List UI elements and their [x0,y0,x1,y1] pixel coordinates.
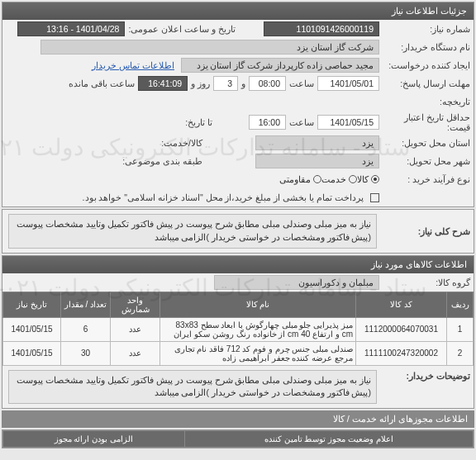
label-pack: طبقه بندی موضوعی: [119,156,206,166]
label-number: شماره نیاز: [379,24,470,34]
mincredit-date: 1401/05/15 [317,115,379,130]
radio-moq[interactable]: مقاومتی [279,174,321,184]
col-n: ردیف [447,292,474,317]
lbl-and: و [238,78,249,88]
label-mincredit: حداقل تاریخ اعتبار قیمت: [379,112,470,132]
cell-code: 1112000064070031 [356,317,447,341]
days: 3 [213,76,238,91]
row-requester: ایجاد کننده درخواست: مجید حماصی زاده کار… [2,56,474,74]
lbl-time2: ساعت [286,117,317,127]
items-panel: اطلاعات کالاهای مورد نیاز گروه کالا: مبل… [2,255,474,410]
col-unit: واحد شمارش [111,292,160,317]
label-service: کالا/خدمت: [158,138,206,148]
cell-unit: عدد [111,341,160,365]
radio-kala[interactable]: کالا [357,174,379,184]
remain-time: 16:41:09 [138,76,188,91]
row-org: نام دستگاه خریدار: شرکت گاز استان یزد [2,38,474,56]
state: یزد [255,135,379,150]
row-history: تاریخچه: [2,92,474,111]
buyer-note-label: توضیحات خریدار: [379,368,470,381]
pay-checkbox[interactable] [370,193,379,202]
cell-name: میز پذیرایی جلو مبلی چهارگوش با ابعاد سط… [160,317,356,341]
deadline-time: 08:00 [249,76,286,91]
label-state: استان محل تحویل: [379,138,470,148]
buyer-note: نیاز به میز مبلی وصندلی مبلی مطابق شرح پ… [8,370,377,405]
table-row[interactable]: 21111100247320002صندلی مبلی جنس چرم و فو… [3,341,474,365]
radio-khedmat[interactable]: خدمت [321,174,357,184]
cell-name: صندلی مبلی جنس چرم و فوم کد 712 فاقد نام… [160,341,356,365]
footer-col2: الزامی بودن ارائه مجوز [3,431,185,448]
summary-header: شرح کلی نیاز: [379,226,470,236]
radio-dot-icon [313,175,321,183]
col-qty: تعداد / مقدار [61,292,111,317]
items-table: ردیف کد کالا نام کالا واحد شمارش تعداد /… [2,292,474,366]
lbl-time1: ساعت [286,78,317,88]
label-buytype: نوع فرآیند خرید : [379,174,470,184]
label-requester: ایجاد کننده درخواست: [379,60,470,70]
row-pay: پرداخت تمام یا بخشی از مبلغ خرید،از محل … [2,188,474,206]
table-row[interactable]: 11112000064070031میز پذیرایی جلو مبلی چه… [3,317,474,341]
requester: مجید حماصی زاده کارپرداز شرکت گاز استان … [181,58,379,73]
panel-title: جزئیات اطلاعات نیاز [2,2,474,20]
summary-text: نیاز به میز مبلی وصندلی مبلی مطابق شرح پ… [8,214,377,249]
org-name: شرکت گاز استان یزد [40,40,379,55]
row-mincredit: حداقل تاریخ اعتبار قیمت: 1401/05/15 ساعت… [2,111,474,134]
radio-dot-icon [349,175,357,183]
main-panel: جزئیات اطلاعات نیاز شماره نیاز: 11010914… [2,2,474,207]
label-city: شهر محل تحویل: [379,156,470,166]
mincredit-time: 16:00 [249,115,286,130]
row-city: شهر محل تحویل: یزد طبقه بندی موضوعی: [2,152,474,170]
radio-dot-icon [371,175,379,183]
col-code: کد کالا [356,292,447,317]
footer-panel: اعلام وضعیت مجوز توسط تامین کننده الزامی… [2,429,474,448]
label-date: تاریخ و ساعت اعلان عمومی: [125,24,239,34]
cell-code: 1111100247320002 [356,341,447,365]
cell-unit: عدد [111,317,160,341]
footer-col1: اعلام وضعیت مجوز توسط تامین کننده [184,431,473,448]
items-header: اطلاعات کالاهای مورد نیاز [2,256,474,273]
row-number: شماره نیاز: 1101091426000119 تاریخ و ساع… [2,20,474,38]
deadline-date: 1401/05/01 [317,76,379,91]
cell-n: 1 [447,317,474,341]
cell-qty: 6 [61,317,111,341]
announce-date: 1401/04/28 - 13:16 [17,21,125,36]
cell-date: 1401/05/15 [3,317,61,341]
lbl-remain: ساعت باقی مانده [65,78,138,88]
pay-note: پرداخت تمام یا بخشی از مبلغ خرید،از محل … [6,192,367,202]
lbl-day: روز و [188,78,213,88]
city: یزد [255,154,379,168]
cell-date: 1401/05/15 [3,341,61,365]
cell-qty: 30 [61,341,111,365]
cell-n: 2 [447,341,474,365]
label-deadline: مهلت ارسال پاسخ: [379,78,470,88]
col-name: نام کالا [160,292,356,317]
contact-link[interactable]: اطلاعات تماس خریدار [92,60,174,71]
row-state: استان محل تحویل: یزد کالا/خدمت: [2,134,474,152]
label-group: گروه کالا: [379,277,470,287]
col-date: تاریخ نیاز [3,292,61,317]
label-org: نام دستگاه خریدار: [379,42,470,52]
row-buytype: نوع فرآیند خرید : کالا خدمت مقاومتی [2,170,474,188]
row-deadline: مهلت ارسال پاسخ: 1401/05/01 ساعت 08:00 و… [2,74,474,92]
group: مبلمان و دکوراسیون [214,275,379,290]
need-number: 1101091426000119 [264,21,379,36]
summary-panel: شرح کلی نیاز: نیاز به میز مبلی وصندلی مب… [2,209,474,254]
label-todate: تا تاریخ: [182,117,216,127]
label-history: تاریخچه: [379,97,470,107]
footer-h1: اطلاعات مجوزهای ارائه خدمت / کالا [2,410,474,428]
